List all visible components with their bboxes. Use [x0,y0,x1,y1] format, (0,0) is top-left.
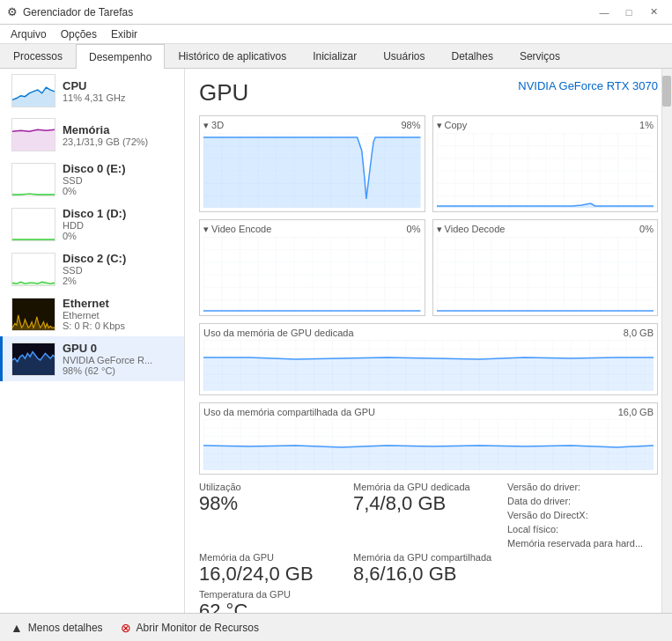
less-detail-icon: ▲ [11,621,23,635]
cpu-info: CPU 11% 4,31 GHz [63,79,126,103]
monitor-button[interactable]: ⊗ Abrir Monitor de Recursos [121,621,259,635]
cpu-title: CPU [63,79,126,92]
monitor-label: Abrir Monitor de Recursos [137,622,259,634]
detail-panel: GPU NVIDIA GeForce RTX 3070 ▾ 3D 98% [185,69,672,613]
app-icon: ⚙ [7,5,18,18]
stat-date-label: Data do driver: [507,496,658,506]
tab-processos[interactable]: Processos [0,44,76,68]
stat-mem-comp-label: Memória da GPU compartilhada [353,552,504,563]
eth-speed: S: 0 R: 0 Kbps [63,320,125,331]
gpu0-name: NVIDIA GeForce R... [63,355,152,365]
mem-mini-graph [11,118,55,151]
chart-video-encode: ▾ Video Encode 0% [199,219,425,316]
stat-mem-gpu-label: Memória da GPU [199,552,350,563]
sidebar-item-disco1[interactable]: Disco 1 (D:) HDD 0% [0,202,184,247]
gpu0-info: GPU 0 NVIDIA GeForce R... 98% (62 °C) [63,342,152,376]
close-button[interactable]: ✕ [642,4,665,21]
stat-utilizacao-value: 98% [199,492,350,515]
footer: ▲ Menos detalhes ⊗ Abrir Monitor de Recu… [0,613,672,641]
tab-desempenho[interactable]: Desempenho [76,44,165,69]
cpu-sub: 11% 4,31 GHz [63,92,126,103]
chart-decode-area [437,237,654,312]
disk0-title: Disco 0 (E:) [63,162,126,175]
stat-mem-gpu-value: 16,0/24,0 GB [199,563,350,586]
charts-top: ▾ 3D 98% [199,115,658,316]
tab-inicializar[interactable]: Inicializar [299,44,370,68]
eth-title: Ethernet [63,297,125,310]
svg-marker-0 [12,87,55,107]
stat-temp-label: Temperatura da GPU [199,589,350,600]
dedicated-mem-label: Uso da memória de GPU dedicada 8,0 GB [203,328,654,338]
stat-directx-label: Versão do DirectX: [507,510,658,520]
chart-copy-area [437,133,654,208]
titlebar-left: ⚙ Gerenciador de Tarefas [7,5,133,18]
disk1-type: HDD [63,220,126,231]
svg-rect-7 [437,133,654,208]
app-title: Gerenciador de Tarefas [23,6,133,18]
svg-marker-4 [12,351,55,375]
eth-type: Ethernet [63,310,125,320]
stat-empty3 [507,589,658,613]
sidebar-item-cpu[interactable]: CPU 11% 4,31 GHz [0,69,184,113]
detail-header: GPU NVIDIA GeForce RTX 3070 [199,79,658,107]
stat-reserved-label: Memória reservada para hard... [507,538,658,549]
monitor-icon: ⊗ [121,621,131,635]
shared-mem-label: Uso da memória compartilhada da GPU 16,0… [203,407,654,417]
stat-mem-comp-value: 8,6/16,0 GB [353,563,504,586]
sidebar-item-disco0[interactable]: Disco 0 (E:) SSD 0% [0,157,184,202]
stat-mem-gpu: Memória da GPU 16,0/24,0 GB [199,552,350,586]
dedicated-mem-area [203,340,654,391]
disk0-type: SSD [63,175,126,186]
disk1-pct: 0% [63,231,126,241]
disk1-title: Disco 1 (D:) [63,207,126,220]
stat-location-label: Local físico: [507,524,658,534]
chart-video-decode: ▾ Video Decode 0% [432,219,659,316]
svg-marker-1 [12,129,55,151]
disk0-info: Disco 0 (E:) SSD 0% [63,162,126,196]
sidebar: CPU 11% 4,31 GHz Memória 23,1/31,9 GB (7… [0,69,185,613]
stat-mem-ded-value: 7,4/8,0 GB [353,492,504,515]
menubar: Arquivo Opções Exibir [0,25,672,44]
less-detail-label: Menos detalhes [28,622,103,634]
stats-grid: Utilização 98% Memória da GPU dedicada 7… [199,482,658,549]
stat-temp: Temperatura da GPU 62 °C [199,589,350,613]
disk2-title: Disco 2 (C:) [63,252,126,265]
svg-rect-10 [437,237,654,312]
disk1-info: Disco 1 (D:) HDD 0% [63,207,126,241]
stats-row3: Temperatura da GPU 62 °C [199,589,658,613]
sidebar-item-memoria[interactable]: Memória 23,1/31,9 GB (72%) [0,113,184,157]
main-content: CPU 11% 4,31 GHz Memória 23,1/31,9 GB (7… [0,69,672,613]
stat-temp-value: 62 °C [199,600,350,613]
disk2-mini-graph [11,253,55,286]
stat-empty [507,552,658,586]
stats-row2: Memória da GPU 16,0/24,0 GB Memória da G… [199,552,658,586]
mem-title: Memória [63,123,148,136]
titlebar: ⚙ Gerenciador de Tarefas — □ ✕ [0,0,672,25]
stat-mem-dedicada: Memória da GPU dedicada 7,4/8,0 GB [353,482,504,549]
scrollbar-track[interactable] [661,69,672,613]
stat-driver-info: Versão do driver: Data do driver: Versão… [507,482,658,549]
sidebar-item-ethernet[interactable]: Ethernet Ethernet S: 0 R: 0 Kbps [0,291,184,336]
menu-opcoes[interactable]: Opções [54,26,104,42]
sidebar-item-disco2[interactable]: Disco 2 (C:) SSD 2% [0,247,184,291]
menu-arquivo[interactable]: Arquivo [4,26,54,42]
tab-detalhes[interactable]: Detalhes [439,44,506,68]
tab-historico[interactable]: Histórico de aplicativos [165,44,299,68]
minimize-button[interactable]: — [593,4,616,21]
stat-empty2 [353,589,504,613]
tab-servicos[interactable]: Serviços [506,44,573,68]
maximize-button[interactable]: □ [617,4,640,21]
disk2-info: Disco 2 (C:) SSD 2% [63,252,126,286]
svg-marker-6 [203,137,421,208]
menu-exibir[interactable]: Exibir [104,26,144,42]
sidebar-item-gpu0[interactable]: GPU 0 NVIDIA GeForce R... 98% (62 °C) [0,336,184,381]
less-detail-button[interactable]: ▲ Menos detalhes [11,621,103,635]
mem-info: Memória 23,1/31,9 GB (72%) [63,123,148,147]
tab-usuarios[interactable]: Usuários [370,44,438,68]
tabs: Processos Desempenho Histórico de aplica… [0,44,672,69]
gpu0-title: GPU 0 [63,342,152,355]
stat-mem-compartilhada: Memória da GPU compartilhada 8,6/16,0 GB [353,552,504,586]
svg-marker-3 [12,314,55,329]
scrollbar-thumb[interactable] [662,76,671,107]
gpu0-usage: 98% (62 °C) [63,365,152,376]
